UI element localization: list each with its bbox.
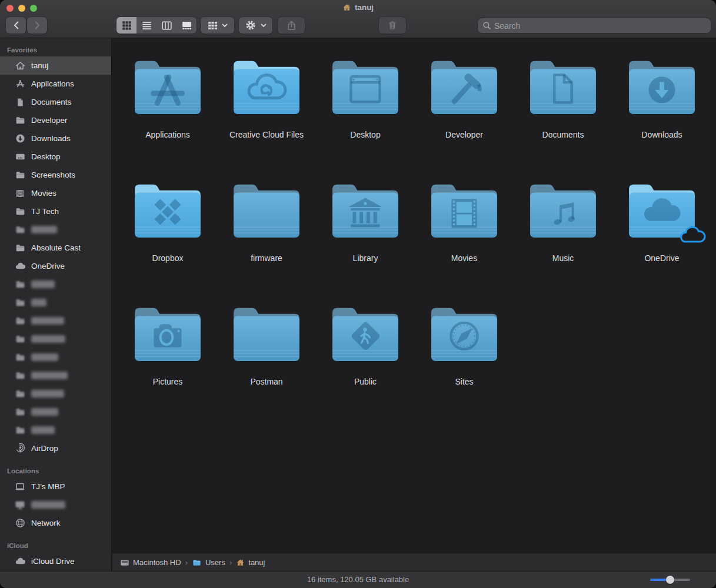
sidebar-item-onedrive[interactable]: OneDrive xyxy=(0,257,111,275)
film-icon xyxy=(14,188,26,199)
redacted-label xyxy=(31,426,55,434)
sidebar-item-redacted[interactable] xyxy=(0,366,111,385)
sidebar-item-tj-s-mbp[interactable]: TJ’s MBP xyxy=(0,477,111,496)
sidebar-section-favorites: Favorites xyxy=(0,45,111,56)
sidebar-item-movies[interactable]: Movies xyxy=(0,184,111,202)
breadcrumb-separator: › xyxy=(185,558,188,567)
folder-icon xyxy=(14,242,26,254)
redacted-label xyxy=(31,280,55,288)
redacted-label xyxy=(31,299,46,306)
folder-downloads[interactable]: Downloads xyxy=(612,55,711,179)
sidebar-item-redacted[interactable] xyxy=(0,220,111,239)
view-mode-icon-view[interactable] xyxy=(116,17,136,34)
breadcrumb-separator: › xyxy=(229,558,232,567)
sidebar-item-label: Absolute Cast xyxy=(31,243,81,252)
desktop-icon xyxy=(14,151,26,163)
sidebar-item-label: Movies xyxy=(31,189,56,198)
sidebar-item-applications[interactable]: Applications xyxy=(0,75,111,93)
breadcrumb-tanuj[interactable]: tanuj xyxy=(236,558,265,567)
action-button[interactable] xyxy=(239,17,272,34)
sidebar-item-redacted[interactable] xyxy=(0,293,111,312)
folder-dropbox[interactable]: Dropbox xyxy=(118,179,217,302)
sidebar-item-redacted[interactable] xyxy=(0,330,111,348)
window-title: tanuj xyxy=(0,3,716,12)
sidebar-section-locations: Locations xyxy=(0,466,111,477)
search-input[interactable]: Search xyxy=(478,18,711,33)
sidebar-item-redacted[interactable] xyxy=(0,275,111,293)
folder-onedrive[interactable]: OneDrive xyxy=(612,179,711,302)
chevron-right-icon xyxy=(35,21,40,29)
sidebar-item-icloud-drive[interactable]: iCloud Drive xyxy=(0,552,111,570)
folder-sites[interactable]: Sites xyxy=(415,302,514,426)
sidebar-item-absolute-cast[interactable]: Absolute Cast xyxy=(0,239,111,257)
home-icon xyxy=(14,60,26,72)
redacted-label xyxy=(31,501,65,509)
icon-size-slider[interactable] xyxy=(650,579,690,581)
view-mode-gallery-view[interactable] xyxy=(176,17,197,34)
back-button[interactable] xyxy=(6,17,26,34)
trash-button[interactable] xyxy=(379,17,406,34)
slider-knob[interactable] xyxy=(666,576,674,584)
folder-icon xyxy=(14,224,26,236)
folder-developer[interactable]: Developer xyxy=(415,55,514,179)
breadcrumb-users[interactable]: Users xyxy=(192,557,225,567)
view-mode-list-view[interactable] xyxy=(136,17,156,34)
folder-icon xyxy=(14,315,26,327)
folder-icon xyxy=(130,302,205,365)
view-mode-column-view[interactable] xyxy=(156,17,176,34)
sidebar-item-label: Network xyxy=(31,519,61,527)
sidebar-item-network[interactable]: Network xyxy=(0,514,111,532)
folder-icon xyxy=(229,179,304,241)
folder-icon xyxy=(14,352,26,363)
sidebar-item-label: Screenshots xyxy=(31,171,75,179)
sidebar-item-label: Applications xyxy=(31,79,74,88)
sidebar-item-downloads[interactable]: Downloads xyxy=(0,129,111,148)
sidebar-item-airdrop[interactable]: AirDrop xyxy=(0,439,111,457)
group-by-button[interactable] xyxy=(201,17,234,34)
folder-icon xyxy=(328,302,403,365)
folder-label: firmware xyxy=(217,253,316,263)
folder-public[interactable]: Public xyxy=(316,302,415,426)
sidebar-item-redacted[interactable] xyxy=(0,312,111,330)
folder-postman[interactable]: Postman xyxy=(217,302,316,426)
sidebar-item-documents[interactable]: Documents xyxy=(0,93,111,111)
download-icon xyxy=(14,133,26,145)
sidebar-item-screenshots[interactable]: Screenshots xyxy=(0,166,111,184)
folder-label: Movies xyxy=(415,253,514,263)
folder-icon xyxy=(624,179,700,241)
sidebar-item-redacted[interactable] xyxy=(0,403,111,421)
cloud-icon xyxy=(14,556,26,567)
share-button[interactable] xyxy=(278,17,305,34)
forward-button[interactable] xyxy=(27,17,47,34)
folder-documents[interactable]: Documents xyxy=(514,55,612,179)
folder-desktop[interactable]: Desktop xyxy=(316,55,415,179)
sidebar-item-redacted[interactable] xyxy=(0,496,111,514)
folder-label: Documents xyxy=(514,130,612,139)
folder-icon xyxy=(328,55,403,118)
icon-view-icon xyxy=(122,21,132,31)
folder-icon xyxy=(427,55,502,118)
sidebar-item-redacted[interactable] xyxy=(0,348,111,366)
breadcrumb-label: tanuj xyxy=(248,558,265,567)
folder-creative-cloud-files[interactable]: Creative Cloud Files xyxy=(217,55,316,179)
chevron-down-icon xyxy=(222,24,228,28)
folder-music[interactable]: Music xyxy=(514,179,612,302)
folder-pictures[interactable]: Pictures xyxy=(118,302,217,426)
sidebar-item-tanuj[interactable]: tanuj xyxy=(0,56,111,75)
sidebar-item-redacted[interactable] xyxy=(0,385,111,403)
sidebar-item-developer[interactable]: Developer xyxy=(0,111,111,129)
sidebar-item-tj-tech[interactable]: TJ Tech xyxy=(0,202,111,220)
column-view-icon xyxy=(162,21,172,31)
folder-firmware[interactable]: firmware xyxy=(217,179,316,302)
finder-window: tanuj Search FavoritestanujApplicat xyxy=(0,0,716,588)
folder-applications[interactable]: Applications xyxy=(118,55,217,179)
breadcrumb-macintosh-hd[interactable]: Macintosh HD xyxy=(120,558,181,567)
folder-icon xyxy=(328,179,403,241)
folder-label: Sites xyxy=(415,377,514,386)
gallery-view-icon xyxy=(182,21,192,31)
sidebar-item-redacted[interactable] xyxy=(0,421,111,439)
folder-library[interactable]: Library xyxy=(316,179,415,302)
folder-movies[interactable]: Movies xyxy=(415,179,514,302)
redacted-label xyxy=(31,390,64,397)
sidebar-item-desktop[interactable]: Desktop xyxy=(0,148,111,166)
